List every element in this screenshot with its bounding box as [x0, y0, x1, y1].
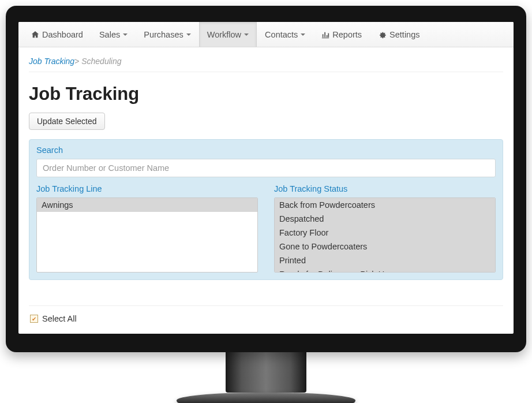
nav-label: Dashboard: [42, 30, 83, 39]
breadcrumb-link[interactable]: Job Tracking: [29, 57, 74, 66]
list-item[interactable]: Back from Powdercoaters: [275, 198, 495, 212]
nav-contacts[interactable]: Contacts: [257, 22, 313, 47]
list-item[interactable]: Printed: [275, 253, 495, 267]
nav-label: Purchases: [144, 30, 183, 39]
nav-reports[interactable]: Reports: [313, 22, 370, 47]
nav-sales[interactable]: Sales: [91, 22, 136, 47]
chart-icon: [321, 31, 329, 39]
list-item[interactable]: Despatched: [275, 212, 495, 226]
nav-purchases[interactable]: Purchases: [136, 22, 199, 47]
search-panel: Search Job Tracking Line Awnings Job Tra…: [29, 139, 503, 280]
main-navbar: Dashboard Sales Purchases Workflow Conta…: [18, 22, 514, 47]
select-all-checkbox[interactable]: ✔: [30, 315, 38, 323]
nav-dashboard[interactable]: Dashboard: [23, 22, 91, 47]
tracking-line-listbox[interactable]: Awnings: [36, 197, 258, 273]
update-selected-button[interactable]: Update Selected: [29, 113, 105, 130]
search-input[interactable]: [36, 159, 496, 177]
search-label: Search: [36, 145, 496, 155]
nav-settings[interactable]: Settings: [370, 22, 428, 47]
list-item[interactable]: Awnings: [37, 198, 257, 212]
divider: [29, 305, 503, 306]
breadcrumb: Job Tracking> Scheduling: [29, 54, 503, 72]
list-item[interactable]: Gone to Powdercoaters: [275, 240, 495, 253]
chevron-down-icon: [123, 33, 128, 36]
list-item[interactable]: Factory Floor: [275, 226, 495, 240]
nav-label: Sales: [99, 30, 120, 39]
tracking-status-label: Job Tracking Status: [274, 184, 496, 193]
breadcrumb-sep: >: [74, 57, 79, 66]
nav-label: Workflow: [207, 30, 241, 39]
tracking-line-label: Job Tracking Line: [36, 184, 258, 193]
chevron-down-icon: [186, 33, 191, 36]
nav-workflow[interactable]: Workflow: [199, 22, 257, 47]
tracking-status-listbox[interactable]: Back from PowdercoatersDespatchedFactory…: [274, 197, 496, 273]
nav-label: Reports: [332, 30, 362, 39]
gear-icon: [378, 31, 387, 39]
home-icon: [31, 31, 39, 39]
list-item[interactable]: Ready for Delivery or Pick Up: [275, 267, 495, 273]
chevron-down-icon: [244, 33, 249, 36]
select-all-label: Select All: [42, 314, 77, 323]
breadcrumb-current: Scheduling: [81, 57, 121, 66]
page-title: Job Tracking: [29, 84, 503, 105]
chevron-down-icon: [301, 33, 305, 36]
nav-label: Settings: [389, 30, 419, 39]
nav-label: Contacts: [265, 30, 298, 39]
